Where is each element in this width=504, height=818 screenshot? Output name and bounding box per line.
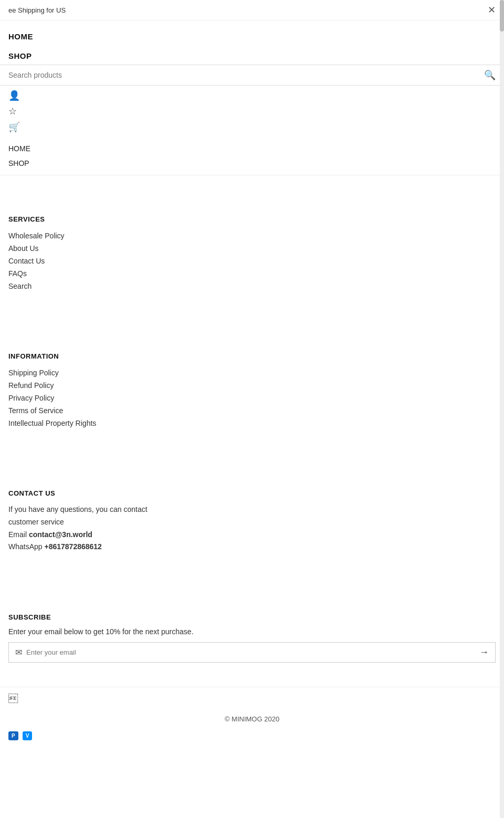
contact-us-link[interactable]: Contact Us xyxy=(8,255,496,267)
contact-body: If you have any questions, you can conta… xyxy=(8,504,496,553)
main-nav: HOME SHOP xyxy=(0,20,504,62)
payment-icons: P V xyxy=(0,727,504,744)
services-section: SERVICES Wholesale Policy About Us Conta… xyxy=(0,207,504,297)
email-icon: ✉ xyxy=(15,647,22,657)
copyright: © MINIMOG 2020 xyxy=(0,711,504,727)
search-link[interactable]: Search xyxy=(8,280,496,292)
privacy-policy-link[interactable]: Privacy Policy xyxy=(8,392,496,404)
second-nav-shop[interactable]: SHOP xyxy=(0,156,504,171)
intellectual-property-link[interactable]: Intellectual Property Rights xyxy=(8,417,496,429)
email-form: ✉ → xyxy=(8,642,496,663)
nav-home[interactable]: HOME xyxy=(0,27,504,46)
contact-whatsapp-value[interactable]: +8617872868612 xyxy=(44,542,101,551)
information-section: INFORMATION Shipping Policy Refund Polic… xyxy=(0,344,504,434)
scrollbar-thumb[interactable] xyxy=(500,0,504,32)
subscribe-description: Enter your email below to get 10% for th… xyxy=(8,627,496,636)
search-input[interactable] xyxy=(8,71,484,79)
venmo-icon: V xyxy=(23,731,33,740)
icon-row: 👤 ☆ 🛒 xyxy=(0,86,504,137)
contact-email-label: Email xyxy=(8,530,29,539)
services-title: SERVICES xyxy=(8,215,496,223)
contact-intro: If you have any questions, you can conta… xyxy=(8,505,148,513)
cart-icon[interactable]: 🛒 xyxy=(8,121,496,133)
refund-policy-link[interactable]: Refund Policy xyxy=(8,379,496,392)
nav-shop[interactable]: SHOP xyxy=(0,46,504,62)
facebook-icon[interactable]:  xyxy=(8,694,496,705)
contact-customer-service: customer service xyxy=(8,518,66,526)
faqs-link[interactable]: FAQs xyxy=(8,267,496,280)
terms-of-service-link[interactable]: Terms of Service xyxy=(8,404,496,417)
scrollbar[interactable] xyxy=(500,0,504,744)
paypal-icon: P xyxy=(8,731,18,740)
search-icon-button[interactable]: 🔍 xyxy=(484,69,496,81)
user-icon[interactable]: 👤 xyxy=(8,90,496,101)
about-us-link[interactable]: About Us xyxy=(8,242,496,255)
contact-section: CONTACT US If you have any questions, yo… xyxy=(0,481,504,558)
submit-button[interactable]: → xyxy=(479,647,489,658)
bottom-bar:  xyxy=(0,687,504,711)
shipping-policy-link[interactable]: Shipping Policy xyxy=(8,366,496,379)
top-banner: ee Shipping for US ✕ xyxy=(0,0,504,20)
email-input[interactable] xyxy=(26,648,479,656)
banner-text: ee Shipping for US xyxy=(8,6,66,14)
search-bar: 🔍 xyxy=(0,65,504,86)
information-title: INFORMATION xyxy=(8,352,496,360)
second-nav-home[interactable]: HOME xyxy=(0,141,504,156)
second-nav: HOME SHOP xyxy=(0,137,504,175)
close-button[interactable]: ✕ xyxy=(488,4,496,16)
subscribe-title: SUBSCRIBE xyxy=(8,613,496,621)
subscribe-section: SUBSCRIBE Enter your email below to get … xyxy=(0,605,504,671)
contact-whatsapp-label: WhatsApp xyxy=(8,542,44,551)
wholesale-policy-link[interactable]: Wholesale Policy xyxy=(8,229,496,242)
contact-email-value[interactable]: contact@3n.world xyxy=(29,530,92,539)
wishlist-icon[interactable]: ☆ xyxy=(8,106,496,117)
contact-title: CONTACT US xyxy=(8,489,496,497)
